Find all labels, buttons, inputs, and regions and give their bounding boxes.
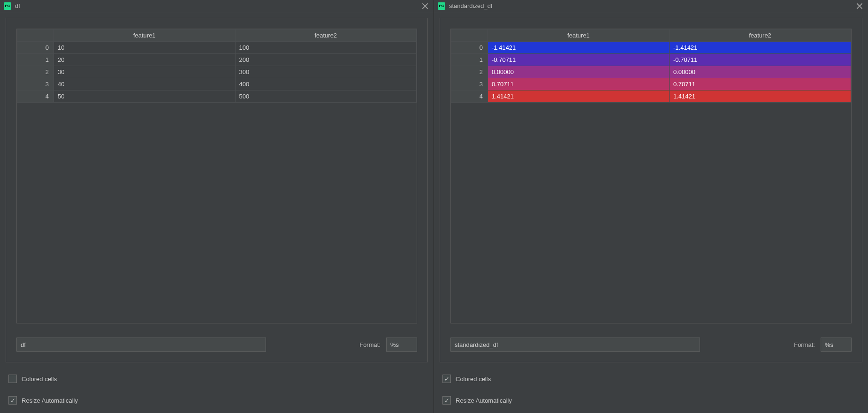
table-cell[interactable]: 0.00000 bbox=[670, 66, 851, 78]
format-input-left[interactable] bbox=[386, 338, 417, 352]
table-row: 0-1.41421-1.41421 bbox=[451, 42, 851, 54]
table-row: 30.707110.70711 bbox=[451, 78, 851, 90]
row-index[interactable]: 1 bbox=[451, 54, 488, 66]
table-row: 450500 bbox=[17, 90, 417, 103]
titlebar-right: standardized_df bbox=[434, 0, 868, 12]
checkbox-label: Colored cells bbox=[456, 375, 491, 383]
close-icon bbox=[856, 3, 863, 9]
table-cell[interactable]: -0.70711 bbox=[670, 54, 851, 66]
table-cell[interactable]: 1.41421 bbox=[670, 90, 851, 103]
row-index[interactable]: 4 bbox=[17, 90, 54, 103]
pane-right: standardized_df feature1 feature2 bbox=[434, 0, 868, 413]
table-cell[interactable]: 40 bbox=[54, 78, 236, 90]
checkbox-icon[interactable] bbox=[8, 396, 17, 405]
table-cell[interactable]: 20 bbox=[54, 54, 236, 66]
format-label-left: Format: bbox=[359, 341, 381, 348]
titlebar-left: df bbox=[0, 0, 434, 12]
format-input-right[interactable] bbox=[821, 338, 852, 352]
table-cell[interactable]: 300 bbox=[235, 66, 417, 78]
row-index[interactable]: 2 bbox=[451, 66, 488, 78]
table-cell[interactable]: 200 bbox=[235, 54, 417, 66]
pycharm-icon bbox=[4, 2, 11, 10]
table-cell[interactable]: 0.00000 bbox=[488, 66, 670, 78]
title-left: df bbox=[15, 2, 20, 9]
resize-auto-check-left[interactable]: Resize Automatically bbox=[8, 396, 425, 405]
row-index[interactable]: 0 bbox=[17, 42, 54, 54]
table-wrap-left[interactable]: feature1 feature2 0101001202002303003404… bbox=[16, 29, 417, 323]
table-cell[interactable]: 0.70711 bbox=[488, 78, 670, 90]
col-header[interactable]: feature1 bbox=[488, 30, 670, 42]
table-corner[interactable] bbox=[17, 30, 54, 42]
col-header[interactable]: feature2 bbox=[670, 30, 851, 42]
checkbox-icon[interactable] bbox=[8, 375, 17, 383]
table-cell[interactable]: 0.70711 bbox=[670, 78, 851, 90]
table-cell[interactable]: 50 bbox=[54, 90, 236, 103]
close-button-right[interactable] bbox=[855, 1, 864, 11]
expression-input-right[interactable] bbox=[450, 338, 700, 352]
table-row: 1-0.70711-0.70711 bbox=[451, 54, 851, 66]
row-index[interactable]: 4 bbox=[451, 90, 488, 103]
table-row: 20.000000.00000 bbox=[451, 66, 851, 78]
checkbox-label: Resize Automatically bbox=[22, 397, 78, 404]
table-cell[interactable]: -1.41421 bbox=[488, 42, 670, 54]
pycharm-icon bbox=[438, 2, 445, 10]
table-row: 120200 bbox=[17, 54, 417, 66]
checkbox-label: Colored cells bbox=[22, 375, 57, 383]
resize-auto-check-right[interactable]: Resize Automatically bbox=[442, 396, 860, 405]
body-left: feature1 feature2 0101001202002303003404… bbox=[0, 12, 434, 366]
table-cell[interactable]: 30 bbox=[54, 66, 236, 78]
col-header[interactable]: feature1 bbox=[54, 30, 236, 42]
checks-right: Colored cells Resize Automatically bbox=[434, 366, 868, 413]
table-row: 010100 bbox=[17, 42, 417, 54]
expression-input-left[interactable] bbox=[16, 338, 266, 352]
row-index[interactable]: 1 bbox=[17, 54, 54, 66]
table-cell[interactable]: -0.70711 bbox=[488, 54, 670, 66]
row-index[interactable]: 0 bbox=[451, 42, 488, 54]
checks-left: Colored cells Resize Automatically bbox=[0, 366, 434, 413]
table-cell[interactable]: -1.41421 bbox=[670, 42, 851, 54]
table-cell[interactable]: 500 bbox=[235, 90, 417, 103]
checkbox-label: Resize Automatically bbox=[456, 397, 512, 404]
table-corner[interactable] bbox=[451, 30, 488, 42]
table-cell[interactable]: 100 bbox=[235, 42, 417, 54]
table-wrap-right[interactable]: feature1 feature2 0-1.41421-1.414211-0.7… bbox=[450, 29, 852, 323]
data-table-left: feature1 feature2 0101001202002303003404… bbox=[17, 29, 417, 103]
body-right: feature1 feature2 0-1.41421-1.414211-0.7… bbox=[434, 12, 868, 366]
panel-frame-right: feature1 feature2 0-1.41421-1.414211-0.7… bbox=[440, 18, 862, 362]
bottom-row-left: Format: bbox=[16, 338, 417, 352]
colored-cells-check-left[interactable]: Colored cells bbox=[8, 375, 425, 383]
pane-left: df feature1 feature2 01 bbox=[0, 0, 434, 413]
row-index[interactable]: 3 bbox=[451, 78, 488, 90]
checkbox-icon[interactable] bbox=[442, 375, 451, 383]
table-row: 340400 bbox=[17, 78, 417, 90]
row-index[interactable]: 2 bbox=[17, 66, 54, 78]
table-cell[interactable]: 400 bbox=[235, 78, 417, 90]
colored-cells-check-right[interactable]: Colored cells bbox=[442, 375, 860, 383]
close-button-left[interactable] bbox=[420, 1, 430, 11]
workspace: df feature1 feature2 01 bbox=[0, 0, 868, 413]
title-right: standardized_df bbox=[449, 2, 493, 9]
panel-frame-left: feature1 feature2 0101001202002303003404… bbox=[6, 18, 428, 362]
row-index[interactable]: 3 bbox=[17, 78, 54, 90]
data-table-right: feature1 feature2 0-1.41421-1.414211-0.7… bbox=[451, 29, 851, 103]
format-label-right: Format: bbox=[794, 341, 815, 348]
bottom-row-right: Format: bbox=[450, 338, 852, 352]
checkbox-icon[interactable] bbox=[442, 396, 451, 405]
close-icon bbox=[422, 3, 428, 9]
table-row: 230300 bbox=[17, 66, 417, 78]
table-row: 41.414211.41421 bbox=[451, 90, 851, 103]
col-header[interactable]: feature2 bbox=[235, 30, 417, 42]
table-cell[interactable]: 1.41421 bbox=[488, 90, 670, 103]
table-cell[interactable]: 10 bbox=[54, 42, 236, 54]
